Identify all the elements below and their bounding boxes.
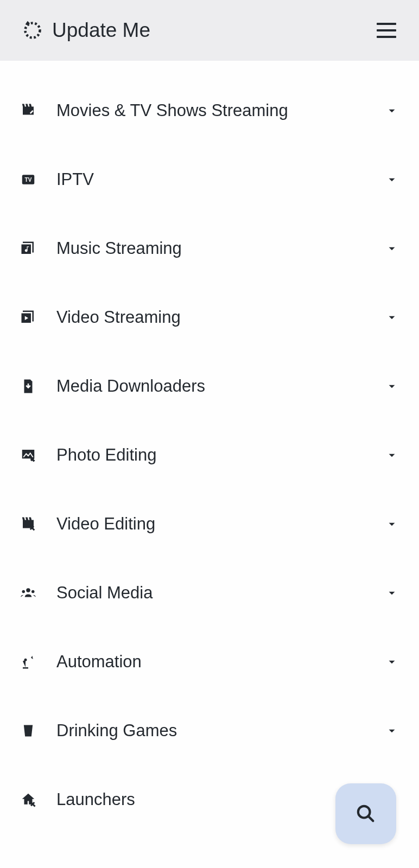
svg-text:TV: TV: [25, 176, 32, 182]
chevron-down-icon: [384, 310, 399, 325]
category-social-media[interactable]: Social Media: [20, 558, 399, 627]
category-label: Photo Editing: [56, 445, 365, 465]
movie-clap-icon: [20, 102, 37, 119]
category-iptv[interactable]: TV IPTV: [20, 145, 399, 214]
svg-point-4: [22, 590, 26, 593]
chevron-down-icon: [384, 379, 399, 394]
category-list: Movies & TV Shows Streaming TV IPTV Musi…: [0, 61, 419, 834]
chevron-down-icon: [384, 241, 399, 256]
home-edit-icon: [20, 791, 37, 808]
chevron-down-icon: [384, 448, 399, 463]
category-label: Music Streaming: [56, 239, 365, 258]
category-movies-tv[interactable]: Movies & TV Shows Streaming: [20, 76, 399, 145]
category-label: IPTV: [56, 170, 365, 189]
header-left: Update Me: [23, 19, 150, 42]
hamburger-icon: [377, 36, 396, 38]
robot-arm-icon: [20, 653, 37, 671]
app-header: Update Me: [0, 0, 419, 61]
video-library-icon: [20, 309, 37, 326]
tv-icon: TV: [20, 171, 37, 188]
category-label: Drinking Games: [56, 721, 365, 741]
music-library-icon: [20, 240, 37, 257]
search-icon: [355, 803, 377, 825]
people-icon: [20, 584, 37, 602]
chevron-down-icon: [384, 723, 399, 738]
category-music-streaming[interactable]: Music Streaming: [20, 214, 399, 283]
category-photo-editing[interactable]: Photo Editing: [20, 420, 399, 489]
file-download-icon: [20, 378, 37, 395]
category-label: Video Streaming: [56, 308, 365, 327]
category-drinking-games[interactable]: Drinking Games: [20, 696, 399, 765]
menu-button[interactable]: [377, 23, 396, 38]
chevron-down-icon: [384, 654, 399, 669]
hamburger-icon: [377, 29, 396, 31]
svg-point-0: [26, 23, 40, 38]
hamburger-icon: [377, 23, 396, 25]
category-media-downloaders[interactable]: Media Downloaders: [20, 352, 399, 420]
category-automation[interactable]: Automation: [20, 627, 399, 696]
app-logo-icon: [23, 21, 42, 40]
category-label: Automation: [56, 652, 365, 672]
svg-point-5: [31, 590, 35, 593]
app-title: Update Me: [52, 19, 150, 42]
photo-edit-icon: [20, 446, 37, 464]
category-video-editing[interactable]: Video Editing: [20, 489, 399, 558]
cup-icon: [20, 722, 37, 739]
video-edit-icon: [20, 515, 37, 533]
category-label: Social Media: [56, 583, 365, 603]
category-video-streaming[interactable]: Video Streaming: [20, 283, 399, 352]
category-label: Media Downloaders: [56, 376, 365, 396]
chevron-down-icon: [384, 585, 399, 601]
svg-point-3: [26, 588, 30, 592]
search-button[interactable]: [335, 783, 396, 844]
category-label: Movies & TV Shows Streaming: [56, 101, 365, 120]
svg-point-6: [24, 658, 27, 661]
chevron-down-icon: [384, 172, 399, 187]
category-label: Video Editing: [56, 514, 365, 534]
svg-line-8: [369, 816, 373, 821]
chevron-down-icon: [384, 516, 399, 532]
chevron-down-icon: [384, 103, 399, 118]
